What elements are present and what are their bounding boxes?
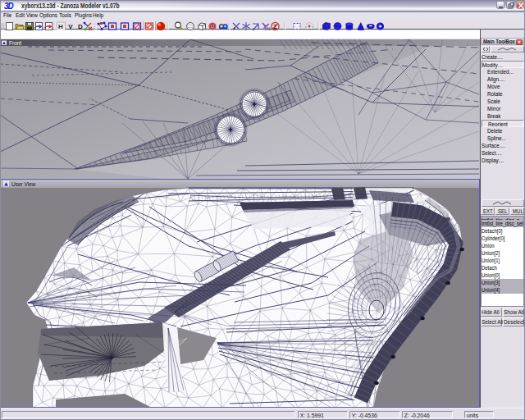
svg-text:H: H	[58, 23, 63, 30]
svg-text:Front: Front	[9, 40, 21, 46]
svg-text:D: D	[78, 23, 83, 30]
svg-text:User View: User View	[11, 181, 36, 187]
svg-text:V: V	[68, 23, 73, 30]
